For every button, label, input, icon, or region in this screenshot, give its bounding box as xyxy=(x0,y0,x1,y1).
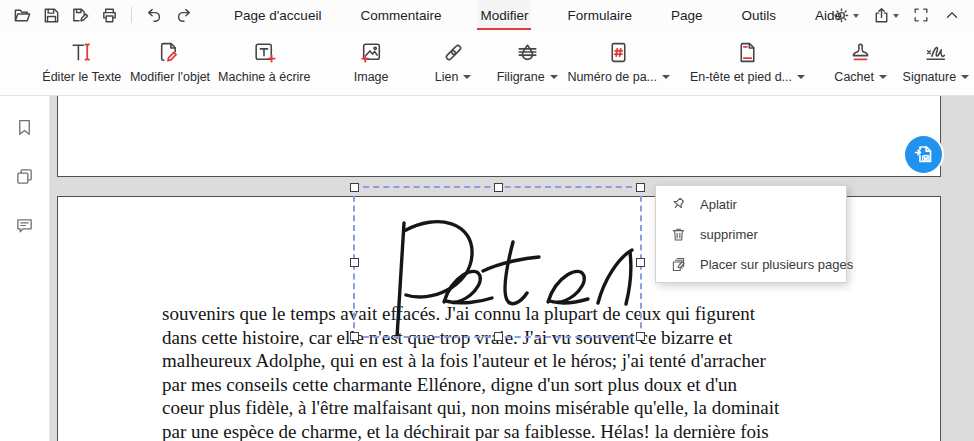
tab-formulaire[interactable]: Formulaire xyxy=(564,0,635,30)
page-number-dropdown-caret[interactable] xyxy=(662,75,670,79)
flatten-pin-icon xyxy=(670,196,687,213)
link-dropdown-caret[interactable] xyxy=(463,75,471,79)
document-line: par une espèce de charme, et la déchirai… xyxy=(162,420,779,441)
signature-icon xyxy=(923,37,948,67)
tab-page-daccueil[interactable]: Page d'accueil xyxy=(231,0,324,30)
resize-handle-bottom-middle[interactable] xyxy=(494,332,503,341)
signature-dropdown-caret[interactable] xyxy=(961,75,969,79)
resize-handle-top-middle[interactable] xyxy=(494,183,503,192)
menu-item-placer-plusieurs-pages[interactable]: Placer sur plusieurs pages xyxy=(656,249,846,279)
resize-handle-bottom-left[interactable] xyxy=(350,332,359,341)
fullscreen-button[interactable] xyxy=(909,4,933,26)
page-number-label: Numéro de pa... xyxy=(567,70,657,84)
menu-item-aplatir[interactable]: Aplatir xyxy=(656,189,846,219)
resize-handle-middle-left[interactable] xyxy=(350,258,359,267)
signature-label: Signature xyxy=(903,70,957,84)
page-number-icon xyxy=(606,37,631,67)
watermark-button[interactable]: Filigrane xyxy=(490,30,564,84)
resize-handle-middle-right[interactable] xyxy=(636,258,645,267)
share-caret-icon xyxy=(893,14,899,18)
edit-text-button[interactable]: Éditer le Texte xyxy=(38,30,126,84)
modify-object-button[interactable]: Modifier l'objet xyxy=(126,30,215,84)
modify-object-label: Modifier l'objet xyxy=(130,70,210,84)
image-button[interactable]: Image xyxy=(334,30,408,84)
toolbar-divider xyxy=(131,7,132,23)
tab-outils[interactable]: Outils xyxy=(738,0,779,30)
stamp-icon xyxy=(848,37,873,67)
header-footer-button[interactable]: En-tête et pied d... xyxy=(687,30,807,84)
document-line: par mes conseils cette charmante Ellénor… xyxy=(162,373,779,397)
link-button[interactable]: Lien xyxy=(416,30,490,84)
menu-item-supprimer[interactable]: supprimer xyxy=(656,219,846,249)
comments-panel-icon[interactable] xyxy=(14,214,36,236)
collapse-toolbar-button[interactable] xyxy=(940,4,964,26)
typewriter-button[interactable]: Machine à écrire xyxy=(214,30,314,84)
pdf-page-previous[interactable] xyxy=(57,96,941,177)
open-file-icon[interactable] xyxy=(12,5,32,25)
image-label: Image xyxy=(354,70,389,84)
page-number-button[interactable]: Numéro de pa... xyxy=(564,30,673,84)
edit-text-label: Éditer le Texte xyxy=(42,70,121,84)
share-button[interactable] xyxy=(869,4,902,27)
ribbon-tabs: Page d'accueil Commentaire Modifier Form… xyxy=(231,0,845,30)
resize-handle-top-left[interactable] xyxy=(350,183,359,192)
menu-item-label: supprimer xyxy=(700,227,758,242)
signature-selection-box[interactable] xyxy=(353,186,642,338)
header-footer-dropdown-caret[interactable] xyxy=(797,75,805,79)
stamp-dropdown-caret[interactable] xyxy=(879,75,887,79)
typewriter-icon xyxy=(252,37,277,67)
print-icon[interactable] xyxy=(99,5,119,25)
typewriter-label: Machine à écrire xyxy=(218,70,310,84)
tab-page[interactable]: Page xyxy=(668,0,706,30)
document-line: malheureux Adolphe, qui en est à la fois… xyxy=(162,349,779,373)
navigation-side-panel xyxy=(0,96,50,441)
theme-brightness-button[interactable] xyxy=(829,4,862,27)
document-line: coeur plus fidèle, à l'être malfaisant q… xyxy=(162,396,779,420)
undo-icon[interactable] xyxy=(144,5,164,25)
tab-commentaire[interactable]: Commentaire xyxy=(357,0,444,30)
modify-object-icon xyxy=(157,37,182,67)
header-footer-icon xyxy=(735,37,760,67)
save-as-icon[interactable] xyxy=(70,5,90,25)
link-label: Lien xyxy=(435,70,459,84)
edit-toolbar: Éditer le Texte Modifier l'objet Machine… xyxy=(0,30,974,96)
window-actions xyxy=(829,0,964,30)
watermark-icon xyxy=(515,37,540,67)
edit-text-icon xyxy=(69,37,94,67)
stamp-label: Cachet xyxy=(834,70,874,84)
link-icon xyxy=(441,37,466,67)
document-workspace: souvenirs que le temps avait effacés. J'… xyxy=(0,96,974,441)
trash-icon xyxy=(670,226,687,243)
save-icon[interactable] xyxy=(41,5,61,25)
theme-caret-icon xyxy=(853,14,859,18)
tab-modifier[interactable]: Modifier xyxy=(477,0,531,30)
pdf-editor-window: { "menubar": { "quick_icons": ["open", "… xyxy=(0,0,974,441)
resize-handle-bottom-right[interactable] xyxy=(636,332,645,341)
resize-handle-top-right[interactable] xyxy=(636,183,645,192)
page-thumbnails-panel-icon[interactable] xyxy=(14,165,36,187)
menu-item-label: Aplatir xyxy=(700,197,737,212)
watermark-dropdown-caret[interactable] xyxy=(550,75,558,79)
image-icon xyxy=(359,37,384,67)
menu-bar: Page d'accueil Commentaire Modifier Form… xyxy=(0,0,974,30)
watermark-label: Filigrane xyxy=(497,70,545,84)
header-footer-label: En-tête et pied d... xyxy=(690,70,792,84)
page-canvas[interactable]: souvenirs que le temps avait effacés. J'… xyxy=(50,96,974,441)
menu-item-label: Placer sur plusieurs pages xyxy=(700,257,853,272)
quick-access-toolbar xyxy=(0,5,193,25)
bookmarks-panel-icon[interactable] xyxy=(14,116,36,138)
signature-button[interactable]: Signature xyxy=(898,30,974,84)
convert-to-word-button[interactable] xyxy=(905,136,942,173)
signature-context-menu: Aplatir supprimer Placer sur plusieurs p… xyxy=(655,185,847,283)
redo-icon[interactable] xyxy=(173,5,193,25)
multi-pages-icon xyxy=(670,256,687,273)
stamp-button[interactable]: Cachet xyxy=(824,30,898,84)
